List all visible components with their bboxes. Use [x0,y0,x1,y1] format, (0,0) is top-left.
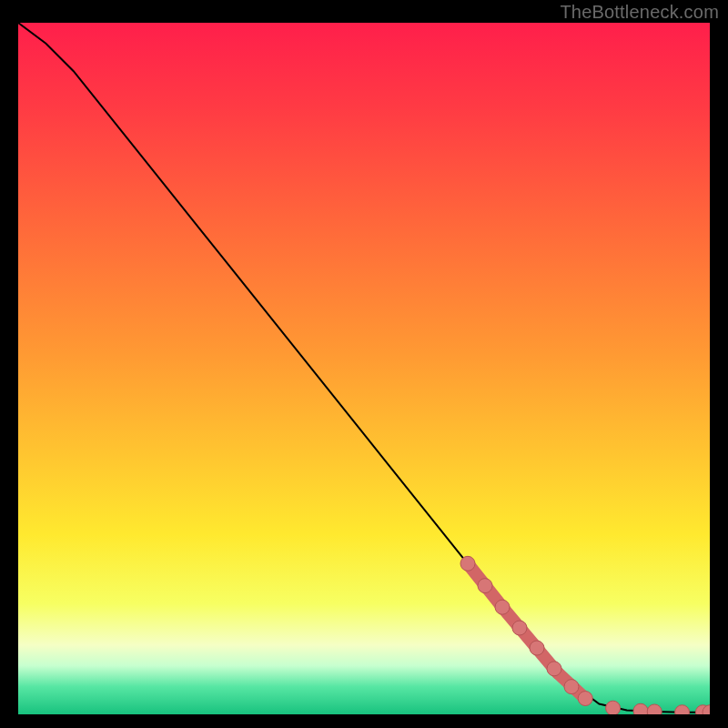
chart-svg [18,23,710,714]
data-point [578,692,592,706]
data-point [547,662,561,676]
data-point [633,703,648,714]
data-point [478,579,492,593]
data-point [495,600,510,614]
data-point [460,556,475,571]
data-point [512,621,527,635]
chart-plot-area [18,23,710,714]
gradient-background [18,23,710,714]
data-point [530,641,544,655]
data-point [647,704,662,714]
data-point [606,701,621,714]
data-point [564,680,579,694]
watermark-text: TheBottleneck.com [560,2,719,23]
